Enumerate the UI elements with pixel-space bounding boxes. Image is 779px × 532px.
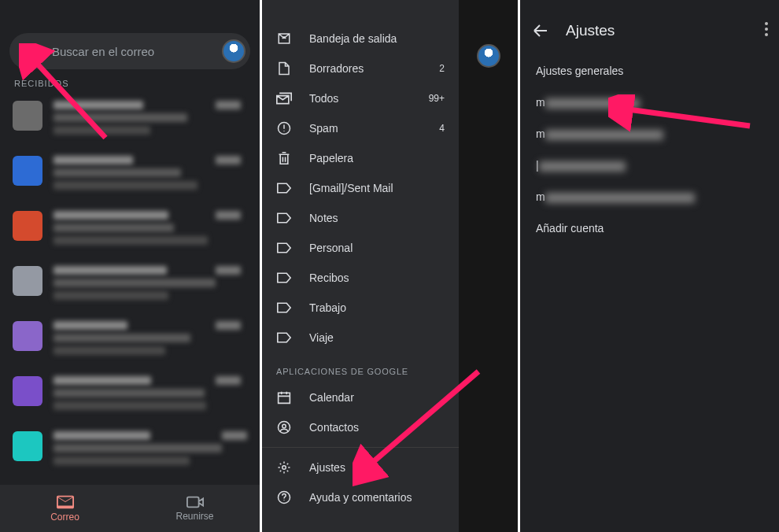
avatar (477, 44, 500, 68)
all-icon (276, 91, 292, 106)
settings-item-1[interactable]: m (520, 87, 779, 118)
label-icon (276, 180, 292, 196)
drawer-item-notes[interactable]: Notes (262, 203, 459, 233)
sender-avatar (13, 431, 42, 461)
svg-point-3 (282, 424, 286, 428)
overflow-icon[interactable] (765, 22, 768, 36)
mail-list (0, 93, 260, 477)
draft-icon (276, 61, 292, 76)
drawer-item-calendar[interactable]: Calendar (262, 382, 459, 412)
settings-item-0[interactable]: Ajustes generales (520, 55, 779, 87)
settings-header: Ajustes (520, 8, 779, 54)
menu-icon[interactable] (20, 42, 38, 60)
mail-item[interactable] (5, 148, 255, 201)
settings-list: Ajustes generalesmm|mAñadir cuenta (520, 54, 779, 246)
settings-item-3[interactable]: | (520, 150, 779, 181)
drawer-item--gmail-sent-mail[interactable]: [Gmail]/Sent Mail (262, 173, 459, 203)
bottom-nav: Correo Reunirse (0, 485, 260, 532)
mail-icon (57, 495, 74, 509)
drawer-backdrop (459, 0, 518, 532)
sender-avatar (13, 156, 42, 186)
sender-avatar (13, 101, 42, 131)
mail-item[interactable] (5, 423, 255, 477)
back-icon[interactable] (531, 21, 550, 40)
drawer-item-borradores[interactable]: Borradores2 (262, 54, 459, 83)
settings-item-5[interactable]: Añadir cuenta (520, 212, 779, 244)
mail-item[interactable] (5, 368, 255, 422)
label-icon (276, 300, 292, 316)
drawer-item-viaje[interactable]: Viaje (262, 323, 459, 353)
drawer-section-apps: APLICACIONES DE GOOGLE (262, 353, 459, 382)
trash-icon (276, 150, 292, 166)
svg-point-4 (282, 466, 286, 470)
drawer-item-ajustes[interactable]: Ajustes (262, 453, 459, 482)
video-icon (186, 496, 204, 508)
outbox-icon (276, 31, 292, 46)
mail-item[interactable] (5, 313, 255, 367)
nav-meet[interactable]: Reunirse (130, 485, 260, 532)
drawer-item-todos[interactable]: Todos99+ (262, 83, 459, 113)
drawer-item-recibos[interactable]: Recibos (262, 263, 459, 293)
page-title: Ajustes (566, 22, 615, 39)
screenshot-1-gmail-main: Buscar en el correo RECIBIDOS (0, 0, 260, 532)
drawer-item-ayuda-y-comentarios[interactable]: Ayuda y comentarios (262, 482, 459, 512)
spam-icon (276, 120, 292, 136)
section-recibidos: RECIBIDOS (14, 79, 260, 88)
label-icon (276, 270, 292, 286)
mail-item[interactable] (5, 93, 255, 146)
drawer-item-contactos[interactable]: Contactos (262, 412, 459, 442)
settings-item-4[interactable]: m (520, 181, 779, 212)
contacts-icon (276, 419, 292, 435)
drawer-item-trabajo[interactable]: Trabajo (262, 293, 459, 323)
drawer-item-papelera[interactable]: Papelera (262, 143, 459, 173)
nav-drawer: Bandeja de salidaBorradores2Todos99+Spam… (262, 0, 459, 532)
screenshot-2-gmail-drawer: Bandeja de salidaBorradores2Todos99+Spam… (262, 0, 518, 532)
help-icon (276, 490, 292, 505)
settings-icon (276, 460, 292, 475)
screenshot-3-gmail-settings: Ajustes Ajustes generalesmm|mAñadir cuen… (520, 0, 779, 532)
settings-item-2[interactable]: m (520, 118, 779, 150)
nav-mail[interactable]: Correo (0, 485, 130, 532)
mail-item[interactable] (5, 258, 255, 312)
sender-avatar (13, 321, 42, 351)
calendar-icon (276, 390, 292, 405)
avatar[interactable] (222, 39, 246, 63)
label-icon (276, 210, 292, 226)
mail-item[interactable] (5, 203, 255, 257)
sender-avatar (13, 211, 42, 241)
drawer-item-bandeja-de-salida[interactable]: Bandeja de salida (262, 24, 459, 54)
drawer-item-spam[interactable]: Spam4 (262, 113, 459, 143)
sender-avatar (13, 376, 42, 406)
sender-avatar (13, 266, 42, 296)
search-placeholder: Buscar en el correo (52, 45, 222, 58)
search-bar[interactable]: Buscar en el correo (9, 33, 250, 69)
label-icon (276, 240, 292, 256)
label-icon (276, 330, 292, 345)
drawer-item-personal[interactable]: Personal (262, 233, 459, 263)
